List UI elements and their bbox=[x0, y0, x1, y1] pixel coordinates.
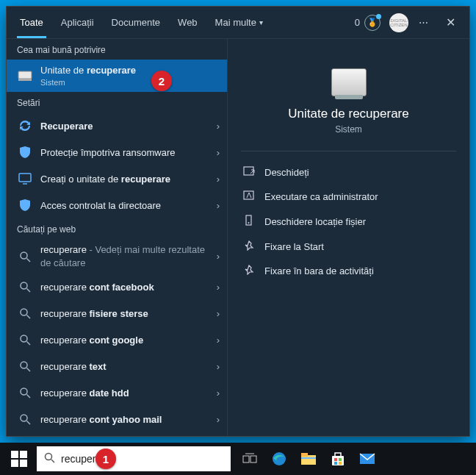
chevron-down-icon: ▾ bbox=[259, 18, 263, 26]
divider bbox=[241, 151, 456, 151]
svg-line-7 bbox=[27, 289, 31, 293]
section-settings: Setări bbox=[7, 92, 227, 113]
shield-icon bbox=[17, 146, 33, 159]
web-cont-yahoo[interactable]: recuperare cont yahoo mail› bbox=[7, 406, 227, 432]
best-match-item[interactable]: Unitate de recuperare Sistem bbox=[7, 60, 227, 92]
tab-documents[interactable]: Documente bbox=[103, 7, 169, 38]
rewards-count: 0 bbox=[355, 17, 360, 28]
callout-2: 2 bbox=[151, 71, 172, 91]
action-run-admin[interactable]: Executare ca administrator bbox=[241, 185, 456, 209]
task-view-button[interactable] bbox=[235, 443, 264, 475]
svg-line-9 bbox=[27, 315, 31, 319]
web-cont-facebook[interactable]: recuperare cont facebook› bbox=[7, 274, 227, 300]
web-fisiere-sterse[interactable]: recuperare fisiere sterse› bbox=[7, 300, 227, 326]
chevron-right-icon: › bbox=[217, 147, 220, 158]
svg-rect-37 bbox=[301, 457, 316, 459]
svg-line-11 bbox=[27, 342, 31, 346]
result-label: recuperare text bbox=[40, 360, 209, 374]
rewards[interactable]: 0 🏅 bbox=[350, 15, 385, 31]
tab-all[interactable]: Toate bbox=[11, 7, 52, 38]
sync-icon bbox=[17, 119, 33, 132]
admin-icon bbox=[242, 190, 256, 203]
svg-rect-31 bbox=[243, 456, 249, 463]
svg-point-8 bbox=[21, 309, 27, 315]
result-label: Protecție împotriva ransomware bbox=[40, 146, 209, 160]
tab-more[interactable]: Mai multe▾ bbox=[206, 7, 272, 38]
action-label: Fixare în bara de activități bbox=[264, 265, 374, 276]
web-recuperare[interactable]: recuperare - Vedeți mai multe rezultate … bbox=[7, 239, 227, 274]
preview-pane: Unitate de recuperare Sistem DeschidețiE… bbox=[227, 39, 469, 436]
store-icon[interactable] bbox=[323, 443, 353, 475]
chevron-right-icon: › bbox=[217, 251, 220, 262]
svg-rect-2 bbox=[19, 174, 31, 182]
svg-line-15 bbox=[27, 395, 31, 399]
svg-point-14 bbox=[21, 388, 27, 395]
svg-point-10 bbox=[21, 335, 27, 342]
preview-drive-icon bbox=[331, 68, 367, 96]
search-icon bbox=[17, 334, 33, 346]
taskbar bbox=[0, 443, 476, 475]
avatar[interactable]: DIGITAL CITIZEN bbox=[389, 13, 408, 32]
action-pin-taskbar[interactable]: Fixare în bara de activități bbox=[241, 259, 456, 283]
svg-rect-43 bbox=[339, 462, 342, 465]
results-list: Cea mai bună potrivire Unitate de recupe… bbox=[7, 39, 227, 436]
result-label: Acces controlat la directoare bbox=[40, 199, 209, 213]
web-cont-google[interactable]: recuperare cont google› bbox=[7, 326, 227, 353]
search-icon bbox=[17, 251, 33, 262]
pin-icon bbox=[242, 265, 256, 277]
action-label: Deschideți bbox=[264, 167, 309, 178]
svg-rect-24 bbox=[244, 167, 253, 175]
svg-line-30 bbox=[51, 460, 54, 463]
open-icon bbox=[242, 166, 256, 179]
edge-icon[interactable] bbox=[264, 443, 294, 475]
mail-icon[interactable] bbox=[353, 443, 382, 475]
result-label: recuperare cont facebook bbox=[40, 281, 209, 294]
tab-web[interactable]: Web bbox=[169, 7, 206, 38]
close-button[interactable]: ✕ bbox=[436, 15, 465, 29]
action-open-location[interactable]: Deschidere locație fișier bbox=[241, 209, 456, 235]
svg-point-29 bbox=[46, 454, 52, 460]
action-label: Fixare la Start bbox=[264, 241, 324, 252]
settings-create-recovery[interactable]: Creați o unitate de recuperare› bbox=[7, 165, 227, 192]
search-icon bbox=[17, 307, 33, 319]
tab-apps[interactable]: Aplicații bbox=[52, 7, 103, 38]
chevron-right-icon: › bbox=[217, 361, 220, 372]
settings-recovery[interactable]: Recuperare› bbox=[7, 113, 227, 139]
svg-rect-27 bbox=[246, 215, 251, 225]
chevron-right-icon: › bbox=[217, 282, 220, 293]
svg-rect-42 bbox=[334, 462, 337, 465]
chevron-right-icon: › bbox=[217, 174, 220, 185]
svg-rect-26 bbox=[244, 191, 253, 199]
search-icon bbox=[17, 387, 33, 399]
search-icon bbox=[44, 452, 55, 465]
action-pin-start[interactable]: Fixare la Start bbox=[241, 235, 456, 259]
chevron-right-icon: › bbox=[217, 414, 220, 425]
search-icon bbox=[17, 413, 33, 425]
svg-rect-40 bbox=[334, 458, 337, 461]
section-best-match: Cea mai bună potrivire bbox=[7, 39, 227, 60]
action-open[interactable]: Deschideți bbox=[241, 160, 456, 185]
svg-rect-32 bbox=[250, 456, 256, 463]
drive-icon bbox=[17, 69, 33, 82]
result-label: recuperare cont yahoo mail bbox=[40, 413, 209, 426]
action-label: Deschidere locație fișier bbox=[264, 216, 366, 227]
web-text[interactable]: recuperare text› bbox=[7, 353, 227, 379]
search-box[interactable] bbox=[37, 446, 231, 471]
web-date-hdd[interactable]: recuperare date hdd› bbox=[7, 379, 227, 406]
settings-controlled-access[interactable]: Acces controlat la directoare› bbox=[7, 192, 227, 218]
web-cont-gmail[interactable]: recuperare cont gmail› bbox=[7, 432, 227, 436]
svg-line-13 bbox=[27, 368, 31, 372]
search-input[interactable] bbox=[61, 453, 223, 465]
pin-icon bbox=[242, 240, 256, 253]
result-label: Recuperare bbox=[40, 120, 209, 133]
chevron-right-icon: › bbox=[217, 388, 220, 399]
settings-ransomware[interactable]: Protecție împotriva ransomware› bbox=[7, 139, 227, 165]
options-button[interactable]: ⋯ bbox=[413, 17, 436, 28]
start-button[interactable] bbox=[3, 443, 35, 475]
preview-title: Unitate de recuperare bbox=[241, 107, 456, 121]
svg-point-6 bbox=[21, 282, 27, 289]
explorer-icon[interactable] bbox=[294, 443, 323, 475]
result-label: recuperare cont google bbox=[40, 334, 209, 347]
search-icon bbox=[17, 281, 33, 293]
callout-1: 1 bbox=[95, 449, 116, 469]
